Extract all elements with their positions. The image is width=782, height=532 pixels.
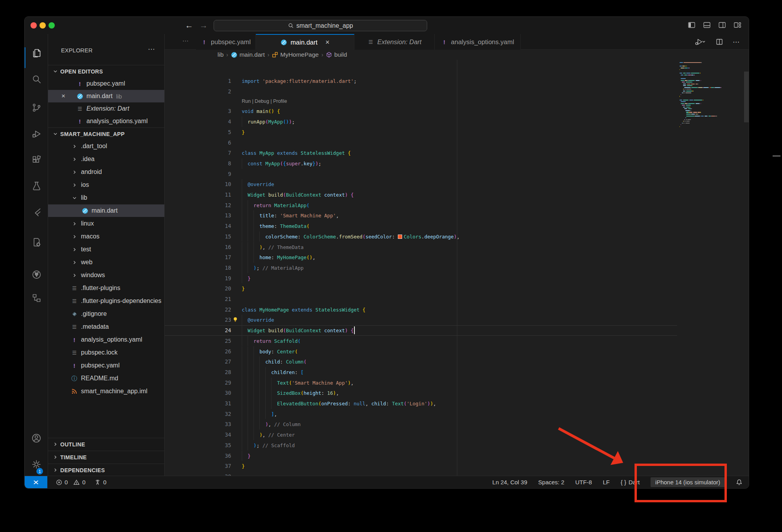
settings-icon[interactable]: [25, 455, 48, 474]
code-line[interactable]: }: [242, 461, 245, 471]
breadcrumb-item-myhomepage[interactable]: MyHomePage: [272, 51, 318, 58]
code-line[interactable]: ), // ThemeData: [242, 242, 304, 253]
code-editor[interactable]: 1import 'package:flutter/material.dart';…: [165, 60, 749, 476]
tree-item[interactable]: ⓘREADME.md: [48, 372, 165, 385]
line-number[interactable]: 37: [165, 461, 231, 471]
command-center-search[interactable]: smart_machine_app: [214, 20, 427, 31]
code-line[interactable]: class MyHomePage extends StatelessWidget…: [242, 305, 365, 315]
tree-item[interactable]: ☰pubspec.lock: [48, 346, 165, 359]
code-line[interactable]: runApp(MyApp());: [242, 116, 295, 127]
line-number[interactable]: 5: [165, 127, 231, 138]
problems-button[interactable]: 0 0: [56, 479, 86, 485]
line-number[interactable]: 19: [165, 273, 231, 284]
open-editor-item[interactable]: !pubspec.yaml: [48, 77, 165, 90]
eol-sequence[interactable]: LF: [603, 479, 610, 485]
line-number[interactable]: 14: [165, 221, 231, 231]
account-icon[interactable]: [25, 429, 48, 448]
tree-item[interactable]: windows: [48, 269, 165, 281]
open-editors-header[interactable]: OPEN EDITORS: [48, 65, 165, 77]
code-line[interactable]: @override: [242, 315, 274, 325]
line-number[interactable]: 4: [165, 116, 231, 127]
code-line[interactable]: }: [242, 273, 251, 284]
open-editor-item[interactable]: ☰Extension: Dart: [48, 102, 165, 115]
github-icon[interactable]: [25, 265, 48, 284]
forward-icon[interactable]: →: [200, 21, 208, 30]
line-number[interactable]: 24: [165, 325, 231, 336]
code-line[interactable]: children: [: [242, 367, 304, 378]
tree-item[interactable]: linux: [48, 217, 165, 230]
close-icon[interactable]: ×: [61, 92, 65, 100]
line-number[interactable]: 20: [165, 283, 231, 294]
open-editor-item[interactable]: !analysis_options.yaml: [48, 115, 165, 127]
code-line[interactable]: }: [242, 283, 245, 294]
line-number[interactable]: 3: [165, 106, 231, 116]
code-line[interactable]: ), // Column: [242, 419, 301, 430]
tree-item[interactable]: ☰.metadata: [48, 321, 165, 333]
tree-item[interactable]: .gitignore: [48, 308, 165, 320]
indentation[interactable]: Spaces: 2: [538, 479, 564, 485]
code-line[interactable]: Widget build(BuildContext context) {: [242, 190, 354, 200]
run-debug-button[interactable]: [694, 38, 706, 46]
line-number[interactable]: 10: [165, 179, 231, 190]
tree-item[interactable]: .idea: [48, 153, 165, 165]
toggle-primary-sidebar-icon[interactable]: [687, 21, 696, 29]
minimap[interactable]: [677, 60, 744, 224]
testing-icon[interactable]: [25, 176, 48, 195]
line-number[interactable]: 30: [165, 388, 231, 398]
code-line[interactable]: import 'package:flutter/material.dart';: [242, 76, 357, 86]
breadcrumb-item-build[interactable]: build: [326, 51, 347, 58]
code-line[interactable]: ), // Center: [242, 430, 295, 440]
code-line[interactable]: return MaterialApp(: [242, 200, 309, 211]
code-line[interactable]: theme: ThemeData(: [242, 221, 309, 231]
line-number[interactable]: 27: [165, 356, 231, 367]
lightbulb-icon[interactable]: [232, 316, 239, 323]
tree-item[interactable]: ios: [48, 179, 165, 191]
line-number[interactable]: 36: [165, 451, 231, 461]
codelens-actions[interactable]: Run | Debug | Profile: [242, 97, 287, 106]
code-line[interactable]: }: [242, 127, 245, 138]
line-number[interactable]: 34: [165, 430, 231, 440]
scrollbar-thumb[interactable]: [744, 72, 749, 122]
back-icon[interactable]: ←: [185, 21, 193, 30]
customize-layout-icon[interactable]: [733, 21, 742, 29]
breadcrumb-item-main.dart[interactable]: main.dart: [231, 51, 265, 58]
code-line[interactable]: class MyApp extends StatelessWidget {: [242, 148, 351, 158]
tab-main-dart[interactable]: main.dart×: [256, 34, 354, 50]
tree-item[interactable]: android: [48, 166, 165, 178]
line-number[interactable]: 17: [165, 252, 231, 263]
tab-extension-dart[interactable]: ☰Extension: Dart: [354, 34, 435, 50]
tree-item[interactable]: !pubspec.yaml: [48, 359, 165, 372]
line-number[interactable]: 38: [165, 471, 231, 476]
tree-item[interactable]: main.dart: [48, 204, 165, 217]
line-number[interactable]: 7: [165, 148, 231, 158]
code-line[interactable]: const MyApp({super.key});: [242, 158, 321, 169]
line-number[interactable]: 23: [165, 315, 231, 325]
code-line[interactable]: }: [242, 451, 251, 461]
code-line[interactable]: ); // MaterialApp: [242, 263, 304, 273]
toggle-panel-icon[interactable]: [703, 21, 711, 29]
line-number[interactable]: 13: [165, 210, 231, 221]
encoding[interactable]: UTF-8: [575, 479, 592, 485]
explorer-icon[interactable]: [25, 43, 48, 62]
code-line[interactable]: child: Column(: [242, 356, 307, 367]
project-root-header[interactable]: SMART_MACHINE_APP: [48, 127, 165, 140]
code-line[interactable]: @override: [242, 179, 274, 190]
cursor-position[interactable]: Ln 24, Col 39: [493, 479, 527, 485]
code-line[interactable]: SizedBox(height: 16),: [242, 388, 339, 398]
line-number[interactable]: 22: [165, 305, 231, 315]
flutter-icon[interactable]: [25, 202, 48, 221]
close-icon[interactable]: ×: [325, 38, 330, 47]
line-number[interactable]: 12: [165, 200, 231, 211]
project-gear-icon[interactable]: [25, 233, 48, 251]
remote-indicator-button[interactable]: [25, 476, 47, 489]
run-debug-icon[interactable]: [25, 124, 48, 143]
line-number[interactable]: 28: [165, 367, 231, 378]
tree-item[interactable]: !analysis_options.yaml: [48, 333, 165, 346]
more-actions-icon[interactable]: ⋯: [733, 38, 739, 46]
sidebar-section-timeline[interactable]: TIMELINE: [48, 451, 165, 463]
split-editor-icon[interactable]: [715, 38, 723, 46]
line-number[interactable]: 8: [165, 158, 231, 169]
line-number[interactable]: 35: [165, 440, 231, 451]
tree-item[interactable]: ☰.flutter-plugins-dependencies: [48, 295, 165, 307]
ports-button[interactable]: 0: [94, 479, 106, 485]
